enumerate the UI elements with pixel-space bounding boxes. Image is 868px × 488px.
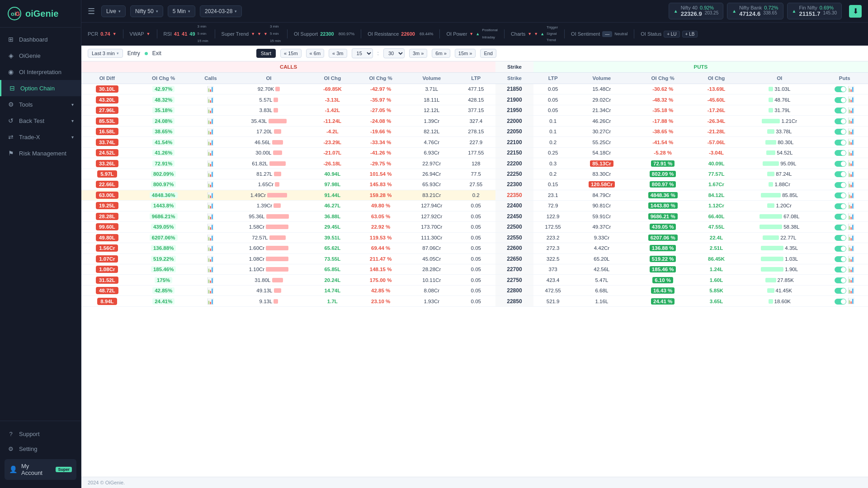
puts-toggle[interactable] <box>835 192 846 198</box>
sidebar-item-option-chain[interactable]: ⊟ Option Chain <box>0 80 81 96</box>
puts-toggle[interactable] <box>835 256 846 262</box>
oi-status-lb-btn[interactable]: + LB <box>682 31 698 38</box>
col-p-ltp: LTP <box>533 73 573 84</box>
date-label: 2024-03-28 <box>205 8 232 14</box>
sidebar-item-oigenie[interactable]: ◈ OiGenie <box>0 47 81 64</box>
puts-toggle[interactable] <box>835 140 846 145</box>
p-oichgpct-value: 72.91 % <box>651 160 675 167</box>
puts-toggle[interactable] <box>835 108 846 113</box>
cell-c-oi: 95.36L <box>227 211 310 221</box>
timeframe-select[interactable]: Last 3 min ▾ <box>88 49 123 58</box>
puts-toggle[interactable] <box>835 150 846 156</box>
time-nav-6m-fwd[interactable]: 6m » <box>432 49 450 58</box>
puts-toggle[interactable] <box>835 171 846 177</box>
puts-toggle[interactable] <box>835 203 846 209</box>
oichgpct-badge: 519.22% <box>151 256 176 262</box>
c-oichg-value: 65.85L <box>324 267 340 272</box>
st-arrow1: ▼ <box>251 32 255 36</box>
cell-p-ltp: 72.9 <box>533 201 573 211</box>
index-dropdown[interactable]: Nifty 50 ▾ <box>130 5 163 17</box>
p-oichgpct-value: 9686.21 % <box>648 213 678 220</box>
puts-toggle[interactable] <box>835 97 846 103</box>
charts-t1: Trigger <box>547 26 558 29</box>
cell-oidiff: 5.97L <box>81 169 133 179</box>
time-nav-15m-fwd[interactable]: 15m » <box>455 49 476 58</box>
hamburger-icon[interactable]: ☰ <box>88 6 95 16</box>
strike-value: 22050 <box>507 128 522 135</box>
puts-toggle[interactable] <box>835 246 846 252</box>
puts-toggle[interactable] <box>835 214 846 220</box>
sidebar-item-dashboard[interactable]: ⊞ Dashboard <box>0 31 81 47</box>
c-ltp-value: 0.05 <box>471 235 481 240</box>
puts-toggle[interactable] <box>835 129 846 135</box>
cell-c-ltp: 0.05 <box>456 253 495 264</box>
jump-select[interactable]: 3060 <box>383 48 405 58</box>
c-oichgpct-value: -33.34 % <box>370 140 391 145</box>
cell-p-oichgpct: 6.10 % <box>631 275 695 285</box>
c-oi-value: 5.57L <box>259 97 273 103</box>
puts-toggle[interactable] <box>835 225 846 230</box>
my-account[interactable]: 👤 My Account Super <box>5 459 76 480</box>
oi-status-lu-btn[interactable]: + LU <box>664 31 679 38</box>
sidebar-item-tools[interactable]: ⚙ Tools ▾ <box>0 96 81 113</box>
setting-item[interactable]: ⚙ Setting <box>0 441 81 456</box>
time-nav-15m-back[interactable]: « 15m <box>280 49 302 58</box>
oi-bar-green <box>767 129 774 134</box>
oi-sentiment-sub: Neutral <box>614 32 627 36</box>
fullscreen-button[interactable]: ⬇ <box>849 5 862 18</box>
puts-toggle[interactable] <box>835 288 846 294</box>
start-button[interactable]: Start <box>256 49 276 58</box>
puts-toggle[interactable] <box>835 267 846 272</box>
cell-c-vol: 65.93Cr <box>407 179 456 190</box>
cell-c-vol: 82.12L <box>407 126 456 136</box>
sidebar-item-tradex[interactable]: ⇄ Trade-X ▾ <box>0 129 81 145</box>
sidebar-item-risk[interactable]: ⚑ Risk Management <box>0 145 81 161</box>
cell-p-oi: 85.85L <box>738 190 821 200</box>
time-nav-6m-back[interactable]: « 6m <box>306 49 324 58</box>
support-item[interactable]: ? Support <box>0 427 81 441</box>
time-nav-3m-back[interactable]: « 3m <box>329 49 347 58</box>
calls-chart-icon: 📊 <box>207 107 214 113</box>
sidebar-item-backtest[interactable]: ↺ Back Test ▾ <box>0 113 81 129</box>
sidebar-item-oi-interpretation[interactable]: ◉ OI Interpretation <box>0 64 81 80</box>
oidiff-badge: 85.53L <box>96 117 118 125</box>
display-count-select[interactable]: 153045 <box>352 48 373 58</box>
puts-toggle[interactable] <box>835 277 846 283</box>
sidebar: oi G oiGenie ⊞ Dashboard ◈ OiGenie ◉ OI … <box>0 0 81 488</box>
sidebar-nav: ⊞ Dashboard ◈ OiGenie ◉ OI Interpretatio… <box>0 28 81 421</box>
cell-c-oichg: 39.51L <box>311 232 354 243</box>
cell-oichgpct: 42.97% <box>133 84 194 94</box>
strike-value: 21900 <box>507 97 522 103</box>
cell-p-oi: 4.35L <box>738 243 821 253</box>
puts-toggle[interactable] <box>835 235 846 241</box>
finnifty-change-pct: 0.69% <box>820 5 834 10</box>
cell-c-oi: 1.49Cr <box>227 190 310 200</box>
p-oi-value: 58.38L <box>783 224 799 230</box>
timeframe-dropdown[interactable]: 5 Min ▾ <box>168 5 195 17</box>
mode-dropdown[interactable]: Live ▾ <box>101 5 126 17</box>
st-arrow2: ▼ <box>257 32 261 36</box>
cell-p-oichg: 86.45K <box>695 253 738 264</box>
cell-strike: 22700 <box>495 264 533 274</box>
cell-p-oi: 31.79L <box>738 105 821 115</box>
p-oi-bar-container: 95.09L <box>741 161 818 166</box>
cell-p-ltp: 0.1 <box>533 116 573 126</box>
date-dropdown[interactable]: 2024-03-28 ▾ <box>200 5 242 17</box>
st-t1: 3 min <box>270 25 281 28</box>
sidebar-item-label: Tools <box>19 101 33 108</box>
oichgpct-badge: 136.88% <box>151 245 176 251</box>
calls-chart-icon: 📊 <box>207 160 214 167</box>
cell-strike: 22100 <box>495 137 533 147</box>
puts-toggle[interactable] <box>835 86 846 92</box>
puts-toggle[interactable] <box>835 118 846 124</box>
nifty-change: 203.25 <box>705 10 719 17</box>
time-nav-end[interactable]: End <box>480 49 496 58</box>
cell-oidiff: 33.26L <box>81 158 133 169</box>
p-vol-value: 84.79Cr <box>592 192 611 198</box>
cell-p-oichgpct: -38.65 % <box>631 126 695 136</box>
puts-toggle[interactable] <box>835 299 846 305</box>
puts-toggle[interactable] <box>835 161 846 167</box>
puts-toggle[interactable] <box>835 182 846 188</box>
cell-puts-toggle: 📊 <box>821 253 868 264</box>
time-nav-3m-fwd[interactable]: 3m » <box>409 49 427 58</box>
